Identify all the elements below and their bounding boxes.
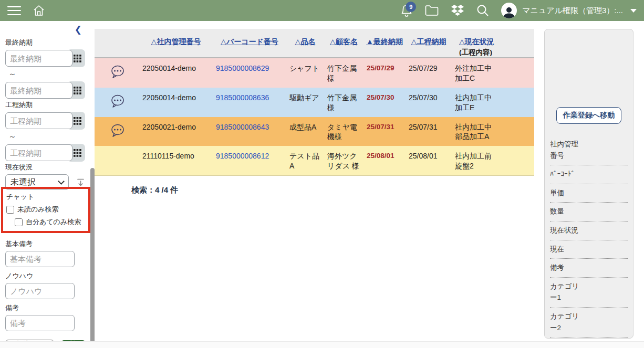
to-me-only-checkbox-row[interactable]: 自分あてのみ検索 bbox=[15, 217, 86, 227]
table-row[interactable]: 22050014-demo 9185000008629 シャフト 竹下金属様 2… bbox=[95, 58, 534, 88]
process-due-label: 工程納期 bbox=[5, 100, 85, 110]
sort-header-kanri[interactable]: △社内管理番号 bbox=[139, 29, 213, 58]
barcode-link[interactable]: 9185000008629 bbox=[216, 64, 269, 72]
table-row[interactable]: 21110115-demo 9185000008612 テスト品A 海外ツクリダ… bbox=[95, 146, 534, 175]
cell-saishu: 25/07/29 bbox=[363, 58, 406, 88]
panel-field-biko: 備考 bbox=[550, 259, 628, 278]
final-due-from-input[interactable] bbox=[5, 50, 72, 67]
horizontal-scrollbar-track[interactable] bbox=[0, 341, 644, 348]
process-due-from-input[interactable] bbox=[5, 112, 72, 129]
cell-kokyaku: タミヤ電機様 bbox=[324, 117, 363, 146]
cell-status: 外注加工中加工C bbox=[452, 58, 534, 88]
to-me-only-checkbox[interactable] bbox=[15, 218, 23, 226]
chat-section-label: チャット bbox=[6, 192, 86, 202]
dropbox-icon[interactable] bbox=[451, 4, 464, 17]
cell-kotei: 25/07/29 bbox=[406, 58, 452, 88]
orders-table: △社内管理番号 △バーコード番号 △品名 △顧客名 ▲最終納期 △工程納期 △現… bbox=[95, 29, 534, 176]
notifications-bell-icon[interactable]: 9 bbox=[400, 4, 413, 17]
cell-status: 社内加工前旋盤2 bbox=[452, 146, 534, 175]
note-input[interactable] bbox=[5, 315, 75, 331]
status-select-value: 未選択 bbox=[11, 177, 36, 188]
basic-note-input[interactable] bbox=[5, 251, 75, 267]
note-label: 備考 bbox=[5, 303, 85, 313]
app-header: 9 マニュアル権限（管理3）:... bbox=[0, 0, 644, 21]
sort-header-kotei[interactable]: △工程納期 bbox=[406, 29, 452, 58]
knowhow-input[interactable] bbox=[5, 283, 75, 299]
chevron-down-icon bbox=[58, 178, 65, 185]
cell-saishu: 25/07/31 bbox=[363, 117, 406, 146]
cell-kotei: 25/08/01 bbox=[406, 146, 452, 175]
cell-hinmei: シャフト bbox=[286, 58, 324, 88]
sidebar-collapse-chevron-icon[interactable]: ❮ bbox=[5, 24, 85, 37]
to-me-only-label: 自分あてのみ検索 bbox=[26, 217, 81, 227]
unread-only-label: 未読のみ検索 bbox=[17, 205, 59, 214]
status-label: 現在状況 bbox=[5, 163, 85, 172]
chat-filter-highlight-box: チャット 未読のみ検索 自分あてのみ検索 bbox=[1, 187, 90, 233]
final-due-to-input[interactable] bbox=[5, 82, 72, 99]
sidebar-scrollbar[interactable] bbox=[90, 168, 95, 347]
cell-kokyaku: 竹下金属様 bbox=[324, 88, 363, 117]
hamburger-menu-icon[interactable] bbox=[7, 6, 21, 15]
cell-kanri: 22050014-demo bbox=[139, 58, 213, 88]
table-row[interactable]: 22050014-demo 9185000008636 駆動ギア 竹下金属様 2… bbox=[95, 88, 534, 117]
results-area: △社内管理番号 △バーコード番号 △品名 △顧客名 ▲最終納期 △工程納期 △現… bbox=[95, 21, 534, 348]
cell-saishu: 25/08/01 bbox=[363, 146, 406, 175]
range-separator: ～ bbox=[5, 131, 85, 144]
cell-hinmei: 駆動ギア bbox=[286, 88, 324, 117]
chat-bubble-icon[interactable] bbox=[109, 94, 125, 109]
status-sub-header: (工程内容) bbox=[459, 48, 534, 57]
folder-icon[interactable] bbox=[424, 4, 439, 17]
barcode-link[interactable]: 9185000008643 bbox=[216, 123, 269, 131]
cell-kanri: 21110115-demo bbox=[139, 146, 213, 175]
cell-hinmei: テスト品A bbox=[286, 146, 324, 175]
chat-column-header bbox=[95, 29, 139, 58]
user-avatar[interactable] bbox=[501, 3, 517, 18]
download-to-icon[interactable] bbox=[76, 178, 85, 187]
panel-field-status: 現在状況 bbox=[550, 222, 628, 240]
cell-kokyaku: 海外ツクリダス 様 bbox=[324, 146, 363, 175]
sort-header-hinmei[interactable]: △品名 bbox=[286, 29, 324, 58]
caret-down-icon[interactable] bbox=[630, 9, 637, 13]
cell-kanri: 22050021-demo bbox=[139, 117, 213, 146]
search-filter-sidebar: ❮ 最終納期 ～ 工程納期 ～ 現在状況 未選択 bbox=[0, 21, 95, 348]
process-due-to-input[interactable] bbox=[5, 144, 72, 161]
range-separator: ～ bbox=[5, 68, 85, 81]
cell-status: 社内加工中部品加工A bbox=[452, 117, 534, 146]
table-row[interactable]: 22050021-demo 9185000008643 成型品A タミヤ電機様 … bbox=[95, 117, 534, 146]
panel-field-genzai: 現在 bbox=[550, 240, 628, 259]
search-icon[interactable] bbox=[476, 4, 490, 17]
move-to-work-registration-button[interactable]: 作業登録へ移動 bbox=[556, 107, 621, 124]
chat-bubble-icon[interactable] bbox=[109, 123, 125, 138]
table-header-row: △社内管理番号 △バーコード番号 △品名 △顧客名 ▲最終納期 △工程納期 △現… bbox=[95, 29, 534, 58]
panel-field-barcode: ﾊﾞｰｺｰﾄﾞ bbox=[550, 165, 628, 184]
sort-header-saishu[interactable]: ▲最終納期 bbox=[363, 29, 406, 58]
sort-header-status[interactable]: △現在状況(工程内容) bbox=[452, 29, 534, 58]
panel-field-suryo: 数量 bbox=[550, 203, 628, 222]
cell-status: 社内加工中加工E bbox=[452, 88, 534, 117]
notification-count-badge: 9 bbox=[406, 2, 416, 12]
basic-note-label: 基本備考 bbox=[5, 239, 85, 249]
final-due-label: 最終納期 bbox=[5, 38, 85, 47]
user-role-label[interactable]: マニュアル権限（管理3）:... bbox=[522, 6, 623, 16]
chat-bubble-icon[interactable] bbox=[109, 65, 125, 79]
unread-only-checkbox[interactable] bbox=[6, 206, 14, 214]
cell-kokyaku: 竹下金属様 bbox=[324, 58, 363, 88]
panel-field-category1: カテゴリー1 bbox=[550, 278, 628, 308]
unread-only-checkbox-row[interactable]: 未読のみ検索 bbox=[6, 205, 86, 214]
cell-kotei: 25/07/30 bbox=[406, 88, 452, 117]
cell-kotei: 25/07/31 bbox=[406, 117, 452, 146]
panel-field-category2: カテゴリー2 bbox=[550, 308, 628, 338]
knowhow-label: ノウハウ bbox=[5, 271, 85, 281]
barcode-link[interactable]: 9185000008636 bbox=[216, 93, 269, 102]
panel-field-tanka: 単価 bbox=[550, 184, 628, 203]
sort-header-kokyaku[interactable]: △顧客名 bbox=[324, 29, 363, 58]
cell-saishu: 25/07/30 bbox=[363, 88, 406, 117]
panel-field-kanri: 社内管理番号 bbox=[550, 135, 628, 165]
detail-side-panel: 作業登録へ移動 社内管理番号 ﾊﾞｰｺｰﾄﾞ 単価 数量 現在状況 現在 備考 … bbox=[544, 29, 633, 339]
barcode-link[interactable]: 9185000008612 bbox=[216, 152, 269, 160]
result-count: 検索：4 /4 件 bbox=[131, 185, 534, 195]
home-icon[interactable] bbox=[33, 4, 45, 17]
page-content: ❮ 最終納期 ～ 工程納期 ～ 現在状況 未選択 bbox=[0, 21, 644, 348]
sort-header-barcode[interactable]: △バーコード番号 bbox=[213, 29, 286, 58]
cell-hinmei: 成型品A bbox=[286, 117, 324, 146]
